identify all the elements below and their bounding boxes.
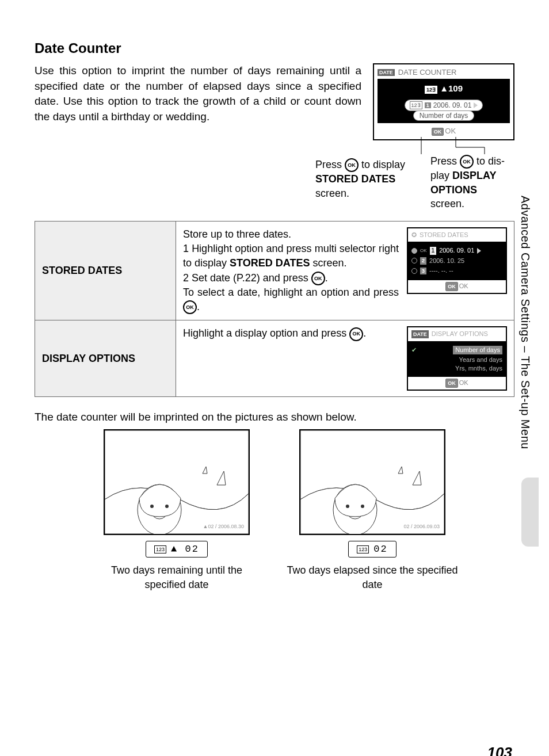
stored-date-1: 2006. 09. 01 [439, 246, 474, 255]
scene-drawing [300, 430, 444, 534]
lcd-date-value: 2006. 09. 01 [433, 101, 472, 109]
lcd-ok-text: OK [445, 127, 456, 135]
chevron-right-icon [477, 248, 481, 254]
stored-dates-description: Store up to three dates. 1 Highlight opt… [183, 227, 399, 314]
display-options-screen: DATEDISPLAY OPTIONS ✔Number of days Year… [407, 326, 507, 391]
photo-illustration: 02 / 2006.09.03 [299, 429, 445, 535]
stored-date-3: ----. --. -- [429, 266, 453, 275]
radio-icon [411, 268, 417, 274]
counter-icon: 12∃ [425, 86, 437, 94]
slot-badge: 3 [420, 268, 426, 275]
imprint-text: 02 / 2006.09.03 [403, 524, 440, 529]
mini-title: DISPLAY OPTIONS [432, 330, 488, 338]
table-row: DISPLAY OPTIONS Highlight a display opti… [35, 320, 514, 397]
callout-elapsed: 123 02 [348, 541, 396, 558]
check-icon: ✔ [411, 346, 417, 354]
date-field-icon: 12∃ [410, 101, 422, 109]
option-yrs-mnths-days: Yrs, mnths, days [411, 364, 502, 373]
photo-illustration: ▲02 / 2006.08.30 [104, 429, 250, 535]
ok-button-icon: OK [460, 155, 474, 169]
counter-icon: 123 [357, 545, 369, 553]
number-of-days-pill: Number of days [413, 110, 475, 121]
example-elapsed: 02 / 2006.09.03 123 02 Two days elapsed … [286, 429, 459, 591]
leader-stored-dates: Press OK to display STORED DATES screen. [315, 158, 425, 200]
intro-paragraph: Use this option to imprint the number of… [35, 63, 361, 209]
ok-icon: OK [432, 128, 444, 136]
date-badge-icon: DATE [378, 69, 395, 76]
slot-badge: 1 [430, 247, 437, 255]
option-years-and-days: Years and days [411, 356, 502, 364]
row-label-display-options: DISPLAY OPTIONS [35, 320, 176, 397]
stored-dates-screen: ✪STORED DATES OK 1 2006. 09. 01 2 2006. … [407, 227, 507, 294]
date-badge-icon: DATE [411, 330, 429, 339]
ok-button-icon: OK [345, 158, 359, 172]
row-label-stored-dates: STORED DATES [35, 222, 176, 320]
ok-button-icon: OK [349, 327, 363, 341]
option-number-of-days: Number of days [453, 346, 502, 354]
side-chapter-text: Advanced Camera Settings – The Set-up Me… [518, 196, 532, 449]
radio-icon [411, 248, 417, 254]
options-table: STORED DATES Store up to three dates. 1 … [35, 221, 514, 397]
ok-icon: OK [445, 282, 458, 292]
ok-icon: OK [445, 379, 458, 388]
clock-icon: ✪ [411, 231, 417, 239]
counter-icon: 123 [154, 545, 166, 553]
svg-point-8 [346, 505, 349, 508]
svg-point-6 [165, 505, 169, 508]
stored-date-2: 2006. 10. 25 [429, 257, 464, 265]
scene-drawing [105, 430, 249, 534]
page-number: 103 [487, 744, 512, 756]
example-remaining: ▲02 / 2006.08.30 123 ▲ 02 Two days remai… [90, 429, 263, 591]
lcd-title: DATE COUNTER [398, 68, 457, 77]
lcd-date-field: 12∃ 1 2006. 09. 01 [405, 100, 483, 111]
date-slot-badge: 1 [425, 102, 431, 108]
display-options-description: Highlight a display option and press OK. [183, 326, 399, 341]
table-row: STORED DATES Store up to three dates. 1 … [35, 222, 514, 320]
svg-point-5 [150, 505, 154, 508]
side-tab [521, 478, 539, 547]
radio-icon [411, 258, 417, 264]
section-title: Date Counter [35, 40, 514, 56]
leader-display-options: Press OK to dis- play DISPLAY OPTIONS sc… [430, 154, 528, 211]
chevron-right-icon [474, 102, 478, 108]
svg-point-9 [361, 505, 364, 508]
callout-remaining: 123 ▲ 02 [146, 541, 208, 558]
caption-elapsed: Two days elapsed since the specified dat… [286, 563, 459, 591]
ok-button-icon: OK [311, 272, 325, 285]
lcd-count: ▲109 [440, 83, 463, 93]
date-counter-screen: DATE DATE COUNTER 12∃ ▲109 12∃ 1 2006. 0… [373, 63, 514, 140]
caption-remaining: Two days remaining until the specified d… [90, 563, 263, 591]
imprint-note: The date counter will be imprinted on th… [35, 411, 514, 423]
imprint-text: ▲02 / 2006.08.30 [203, 524, 244, 529]
slot-badge: 2 [420, 257, 426, 265]
mini-title: STORED DATES [420, 231, 468, 239]
ok-button-icon: OK [183, 300, 197, 314]
